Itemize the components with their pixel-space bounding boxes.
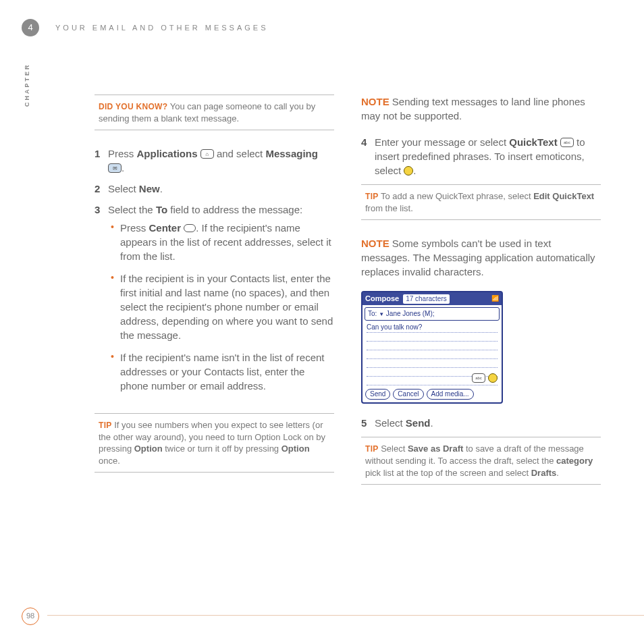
steps-right-2: 5 Select Send. bbox=[361, 416, 601, 430]
compose-button-row: Send Cancel Add media... bbox=[363, 387, 502, 402]
right-column: NOTE Sending text messages to land line … bbox=[361, 95, 601, 501]
step-5: 5 Select Send. bbox=[361, 416, 601, 430]
page-number: 98 bbox=[22, 608, 39, 625]
did-you-know-lead: DID YOU KNOW? bbox=[99, 102, 167, 111]
compose-title: Compose bbox=[365, 294, 399, 304]
text: Press bbox=[108, 148, 137, 159]
compose-char-count: 17 characters bbox=[403, 294, 450, 304]
text: . bbox=[413, 165, 416, 176]
signal-icon: 📶 bbox=[491, 294, 499, 303]
tip-lead: TIP bbox=[99, 421, 112, 430]
step-3: 3 Select the To field to address the mes… bbox=[95, 203, 334, 401]
step-num: 1 bbox=[95, 146, 108, 175]
step-num: 3 bbox=[95, 203, 108, 401]
bold: New bbox=[139, 183, 160, 194]
bold: category bbox=[556, 456, 593, 466]
text: Enter your message or select bbox=[375, 136, 509, 148]
text: Select the bbox=[108, 204, 156, 215]
compose-screenshot: Compose 17 characters 📶 To: ▼ Jane Jones… bbox=[361, 291, 503, 404]
bold: Option bbox=[281, 444, 310, 454]
bold: Messaging bbox=[265, 148, 318, 159]
compose-textarea[interactable]: Can you talk now? abc bbox=[365, 323, 499, 385]
note-symbols: NOTE Some symbols can't be used in text … bbox=[361, 236, 601, 279]
center-button-icon bbox=[184, 224, 196, 232]
text: field to address the message: bbox=[167, 204, 302, 215]
step-2: 2 Select New. bbox=[95, 182, 334, 196]
tip-save-draft: TIP Select Save as Draft to save a draft… bbox=[361, 437, 601, 485]
bold: Send bbox=[406, 417, 431, 429]
running-head: YOUR EMAIL AND OTHER MESSAGES bbox=[55, 23, 268, 33]
step-num: 2 bbox=[95, 182, 108, 196]
messaging-icon: ✉ bbox=[108, 163, 122, 173]
emoticon-icon bbox=[404, 166, 413, 176]
bold: To bbox=[156, 204, 167, 215]
text: Sending text messages to land line phone… bbox=[361, 96, 585, 122]
quicktext-icon[interactable]: abc bbox=[472, 373, 485, 383]
step-4: 4 Enter your message or select QuickText… bbox=[361, 135, 601, 178]
text: Select bbox=[379, 444, 408, 454]
compose-to-field[interactable]: To: ▼ Jane Jones (M); bbox=[365, 307, 500, 321]
step-num: 4 bbox=[361, 135, 375, 178]
bullet-3: If the recipient's name isn't in the lis… bbox=[108, 350, 334, 393]
steps-list: 1 Press Applications ⌂ and select Messag… bbox=[95, 146, 334, 401]
applications-icon: ⌂ bbox=[200, 149, 214, 159]
content-columns: DID YOU KNOW? You can page someone to ca… bbox=[95, 95, 601, 501]
chapter-side-label: CHAPTER bbox=[23, 63, 32, 107]
text: once. bbox=[99, 456, 120, 466]
note-lead: NOTE bbox=[361, 238, 390, 249]
bold: QuickText bbox=[509, 136, 557, 148]
text: Select bbox=[108, 183, 139, 194]
bullet-2: If the recipient is in your Contacts lis… bbox=[108, 271, 334, 342]
to-label: To: bbox=[368, 310, 377, 317]
bold: Center bbox=[149, 222, 182, 234]
bold: Edit QuickText bbox=[533, 191, 594, 201]
dropdown-icon: ▼ bbox=[379, 311, 384, 317]
emoticon-icon[interactable] bbox=[488, 373, 498, 383]
compose-titlebar: Compose 17 characters 📶 bbox=[363, 292, 502, 305]
tip-lead: TIP bbox=[365, 444, 379, 454]
send-button[interactable]: Send bbox=[365, 389, 390, 400]
note-landline: NOTE Sending text messages to land line … bbox=[361, 95, 601, 123]
bold: Option bbox=[134, 444, 163, 454]
text: . bbox=[431, 417, 433, 429]
did-you-know-callout: DID YOU KNOW? You can page someone to ca… bbox=[95, 95, 334, 130]
cancel-button[interactable]: Cancel bbox=[393, 389, 423, 400]
bullet-1: Press Center . If the recipient's name a… bbox=[108, 221, 334, 263]
to-name: Jane Jones (M); bbox=[386, 310, 435, 317]
text: Select bbox=[375, 417, 406, 429]
text: . bbox=[122, 162, 124, 173]
steps-right: 4 Enter your message or select QuickText… bbox=[361, 135, 601, 178]
text: pick list at the top of the screen and s… bbox=[365, 468, 531, 478]
text: Press bbox=[120, 222, 149, 234]
compose-message-text: Can you talk now? bbox=[367, 323, 422, 332]
bold: Applications bbox=[137, 148, 198, 159]
text: . bbox=[160, 183, 163, 194]
add-media-button[interactable]: Add media... bbox=[427, 389, 474, 400]
text: twice or turn it off by pressing bbox=[163, 444, 281, 454]
text: To add a new QuickText phrase, select bbox=[379, 191, 534, 201]
footer-rule bbox=[47, 615, 644, 616]
note-lead: NOTE bbox=[361, 96, 390, 107]
step-num: 5 bbox=[361, 416, 375, 430]
chapter-badge: 4 bbox=[22, 19, 39, 36]
quicktext-icon: abc bbox=[560, 138, 574, 147]
text: . bbox=[556, 468, 559, 478]
bold: Drafts bbox=[531, 468, 557, 478]
sub-bullets: Press Center . If the recipient's name a… bbox=[108, 221, 334, 393]
text: and select bbox=[217, 148, 266, 159]
left-column: DID YOU KNOW? You can page someone to ca… bbox=[95, 95, 334, 501]
text: Some symbols can't be used in text messa… bbox=[361, 238, 595, 277]
step-1: 1 Press Applications ⌂ and select Messag… bbox=[95, 146, 334, 175]
text: from the list. bbox=[365, 203, 413, 213]
tip-quicktext: TIP To add a new QuickText phrase, selec… bbox=[361, 184, 601, 220]
tip-lead: TIP bbox=[365, 192, 379, 201]
tip-option-lock: TIP If you see numbers when you expect t… bbox=[95, 413, 334, 473]
bold: Save as Draft bbox=[408, 444, 463, 454]
